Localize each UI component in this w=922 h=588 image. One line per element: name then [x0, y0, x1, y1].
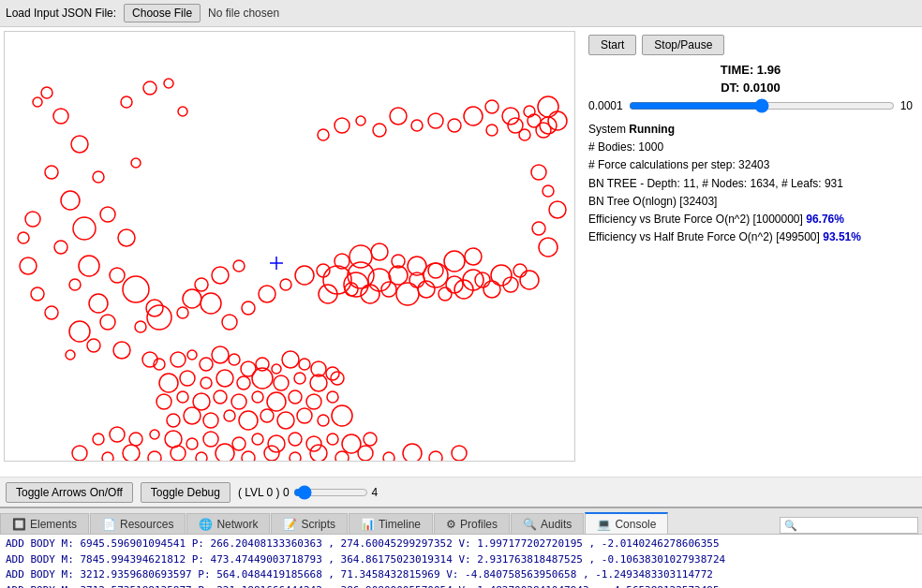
status-section: System Running # Bodies: 1000 # Force ca… [588, 121, 913, 246]
particle [381, 282, 396, 297]
particle [18, 232, 29, 243]
particle [528, 114, 541, 127]
timeline-tab-icon: 📊 [361, 518, 375, 531]
particle [428, 113, 443, 128]
devtool-tab-audits[interactable]: 🔍Audits [511, 513, 584, 534]
particle [72, 446, 87, 461]
particle [53, 109, 68, 124]
devtool-tab-profiles[interactable]: ⚙Profiles [434, 513, 510, 534]
dt-slider[interactable] [629, 98, 895, 113]
lvl-max-label: 4 [372, 486, 379, 499]
particle [486, 125, 498, 136]
system-status: System Running [588, 121, 913, 139]
toggle-debug-button[interactable]: Toggle Debug [141, 482, 230, 503]
particle [200, 358, 213, 371]
particle [520, 271, 539, 289]
particle [242, 301, 255, 315]
elements-tab-label: Elements [30, 518, 77, 531]
particle [491, 265, 512, 286]
particle [123, 445, 140, 461]
particle [252, 434, 263, 445]
toggle-arrows-button[interactable]: Toggle Arrows On/Off [6, 482, 133, 503]
particle [295, 266, 314, 285]
particle [282, 351, 299, 368]
particle [180, 371, 195, 386]
particle [252, 391, 263, 403]
bn-tree-o: BN Tree O(nlogn) [32403] [588, 193, 913, 211]
particle [183, 289, 201, 308]
devtools-search-input[interactable] [780, 517, 918, 534]
audits-tab-icon: 🔍 [523, 518, 537, 531]
particle [69, 321, 90, 342]
console-line: ADD BODY M: 7845.994394621812 P: 473.474… [6, 552, 916, 568]
efficiency1-value: 96.76% [806, 213, 844, 226]
particle [121, 96, 132, 108]
particle [465, 248, 482, 265]
particle [148, 451, 161, 461]
time-display: TIME: 1.96 [588, 63, 913, 77]
particle [69, 279, 81, 290]
particle [129, 433, 142, 446]
particle [113, 342, 130, 359]
particle [87, 339, 100, 352]
particle [131, 158, 141, 168]
particle [146, 300, 163, 316]
devtool-tab-timeline[interactable]: 📊Timeline [349, 513, 433, 534]
particle [318, 415, 329, 426]
particle [203, 432, 218, 447]
particle [289, 390, 302, 404]
network-tab-icon: 🌐 [199, 518, 213, 531]
particle [502, 108, 519, 125]
particle [368, 269, 391, 291]
lvl-slider[interactable] [293, 485, 368, 500]
particle [335, 451, 349, 461]
particle [100, 207, 115, 222]
particle [147, 305, 171, 330]
start-button[interactable]: Start [588, 35, 636, 55]
particle [118, 229, 135, 246]
particle [403, 444, 422, 461]
particle [272, 364, 281, 374]
particle [306, 394, 321, 409]
particle [110, 427, 125, 442]
particle [428, 263, 443, 278]
particle [177, 391, 188, 403]
bottom-controls: Toggle Arrows On/Off Toggle Debug ( LVL … [0, 477, 922, 507]
particle [532, 222, 545, 235]
dt-display: DT: 0.0100 [588, 81, 913, 95]
bn-tree: BN TREE - Depth: 11, # Nodes: 1634, # Le… [588, 175, 913, 193]
lvl-prefix: ( LVL 0 ) 0 [238, 486, 290, 499]
particle [549, 201, 566, 218]
devtool-tab-console[interactable]: 💻Console [585, 512, 668, 534]
devtools-tabs: 🔲Elements📄Resources🌐Network📝Scripts📊Time… [0, 508, 922, 535]
devtool-tab-network[interactable]: 🌐Network [186, 513, 270, 534]
particle [310, 445, 327, 461]
particle [268, 435, 285, 452]
particle [54, 241, 67, 254]
particle [327, 434, 338, 445]
particle [203, 413, 218, 428]
particle [233, 260, 245, 272]
particle [264, 446, 279, 461]
particle [216, 444, 234, 461]
particle [196, 452, 207, 461]
audits-tab-label: Audits [541, 518, 572, 531]
particle [222, 315, 237, 330]
devtool-tab-scripts[interactable]: 📝Scripts [271, 513, 348, 534]
particle [358, 446, 373, 461]
console-output: ADD BODY M: 6945.596901094541 P: 266.204… [0, 535, 922, 588]
particle [280, 279, 291, 290]
particle [323, 266, 351, 294]
particle [100, 315, 115, 330]
particle [274, 375, 289, 390]
stop-pause-button[interactable]: Stop/Pause [642, 35, 724, 55]
choose-file-button[interactable]: Choose File [124, 4, 201, 22]
particle [327, 391, 338, 403]
dt-min-label: 0.0001 [588, 99, 623, 112]
particle [356, 116, 365, 125]
dt-slider-row: 0.0001 10 [588, 98, 913, 113]
particle [20, 257, 37, 274]
devtool-tab-elements[interactable]: 🔲Elements [0, 513, 89, 534]
particle [297, 408, 312, 423]
devtool-tab-resources[interactable]: 📄Resources [90, 513, 186, 534]
